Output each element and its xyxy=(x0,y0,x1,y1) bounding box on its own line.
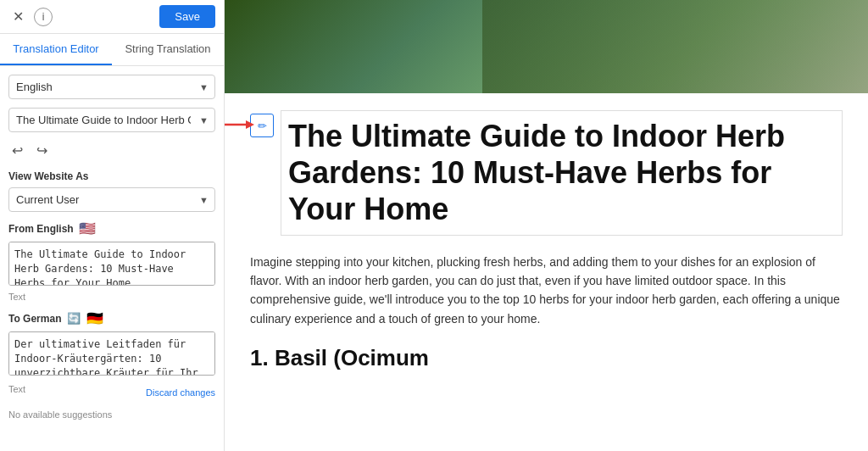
discard-row: Text Discard changes xyxy=(8,381,215,403)
from-field-type: Text xyxy=(8,292,215,302)
title-block: ✏ The Ultimate Guide to Indoor Herb Gard… xyxy=(250,110,843,236)
svg-marker-1 xyxy=(246,120,254,129)
tabs-row: Translation Editor String Translation xyxy=(0,34,224,66)
ai-translate-button[interactable]: 🔄 xyxy=(66,311,81,326)
to-section-header: To German 🔄 🇩🇪 xyxy=(8,310,215,326)
hero-image xyxy=(225,0,868,93)
close-button[interactable]: ✕ xyxy=(8,8,27,26)
to-label: To German xyxy=(8,313,61,325)
page-select-row: The Ultimate Guide to Indoor Herb Garden… xyxy=(8,108,215,132)
page-title: The Ultimate Guide to Indoor Herb Garden… xyxy=(281,110,843,236)
translation-panel: ✕ i Save Translation Editor String Trans… xyxy=(0,0,225,451)
tab-translation-editor[interactable]: Translation Editor xyxy=(0,34,112,65)
tab-string-translation[interactable]: String Translation xyxy=(112,34,224,65)
content-panel: ✏ The Ultimate Guide to Indoor Herb Gard… xyxy=(225,0,868,451)
hero-overlay xyxy=(482,0,868,93)
save-button[interactable]: Save xyxy=(159,5,215,28)
from-flag-icon: 🇺🇸 xyxy=(79,220,96,237)
undo-button[interactable]: ↩ xyxy=(8,141,26,160)
to-text-area[interactable] xyxy=(8,331,215,376)
from-section-header: From English 🇺🇸 xyxy=(8,220,215,237)
section-heading: 1. Basil (Ocimum xyxy=(250,345,843,371)
from-text-area[interactable] xyxy=(8,242,215,286)
top-bar: ✕ i Save xyxy=(0,0,224,34)
panel-body: English ▼ The Ultimate Guide to Indoor H… xyxy=(0,66,224,451)
to-flag-icon: 🇩🇪 xyxy=(86,310,103,326)
page-select[interactable]: The Ultimate Guide to Indoor Herb Garden… xyxy=(8,108,215,132)
view-as-select[interactable]: Current User xyxy=(8,187,215,212)
intro-paragraph: Imagine stepping into your kitchen, pluc… xyxy=(250,253,843,329)
arrow-svg xyxy=(225,119,254,131)
content-area: ✏ The Ultimate Guide to Indoor Herb Gard… xyxy=(225,93,868,388)
info-button[interactable]: i xyxy=(34,8,53,26)
from-label: From English xyxy=(8,223,74,235)
arrow-indicator xyxy=(225,119,254,131)
discard-changes-button[interactable]: Discard changes xyxy=(146,387,215,398)
language-select[interactable]: English xyxy=(8,75,215,99)
pencil-icon: ✏ xyxy=(258,120,267,132)
to-field-type: Text xyxy=(8,384,25,394)
undo-redo-row: ↩ ↪ xyxy=(8,141,215,160)
suggestions-text: No available suggestions xyxy=(8,409,215,420)
view-website-label: View Website As xyxy=(8,170,215,182)
view-as-select-row: Current User ▼ xyxy=(8,187,215,212)
redo-button[interactable]: ↪ xyxy=(33,141,51,160)
language-select-row: English ▼ xyxy=(8,75,215,99)
